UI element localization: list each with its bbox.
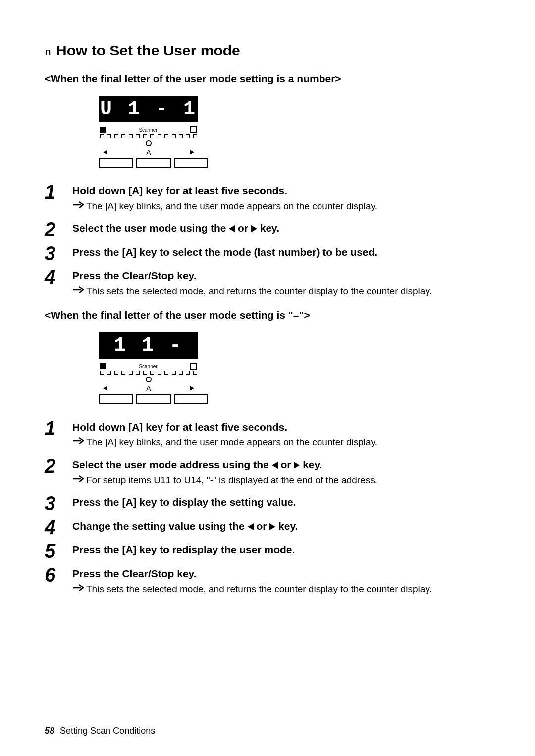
result-text: The [A] key blinks, and the user mode ap…	[86, 200, 377, 213]
step-2-5: 5 Press the [A] key to redisplay the use…	[45, 541, 490, 561]
step-number: 1	[45, 182, 72, 202]
step-1-4: 4 Press the Clear/Stop key. This sets th…	[45, 267, 490, 301]
step-number: 6	[45, 565, 72, 585]
page-footer: 58 Setting Scan Conditions	[45, 726, 155, 736]
counter-display-2: U 1 1 - - Scanner A	[99, 332, 490, 404]
step-2-1: 1 Hold down [A] key for at least five se…	[45, 418, 490, 452]
step-1-1: 1 Hold down [A] key for at least five se…	[45, 182, 490, 216]
arrow-row: A	[99, 148, 198, 156]
indicator-outline-icon	[190, 363, 197, 370]
scanner-row: Scanner	[99, 363, 198, 370]
section-heading: n How to Set the User mode	[45, 42, 490, 59]
step-title: Press the [A] key to redisplay the user …	[72, 544, 490, 556]
result-text: The [A] key blinks, and the user mode ap…	[86, 436, 377, 449]
heading-bullet: n	[45, 44, 51, 59]
right-key-button[interactable]	[174, 394, 208, 404]
subheading-2: <When the final letter of the user mode …	[45, 309, 490, 321]
step-2-3: 3 Press the [A] key to display the setti…	[45, 493, 490, 513]
dots-row	[99, 134, 198, 138]
left-triangle-icon	[229, 225, 235, 232]
right-arrow-icon	[190, 150, 194, 155]
step-number: 2	[45, 219, 72, 239]
footer-label: Setting Scan Conditions	[60, 726, 155, 736]
scanner-label: Scanner	[106, 127, 190, 133]
led-icon	[146, 377, 152, 382]
right-triangle-icon	[269, 523, 275, 530]
step-title: Press the [A] key to display the setting…	[72, 496, 490, 508]
step-title: Select the user mode using the or key.	[72, 222, 490, 234]
right-triangle-icon	[294, 462, 300, 469]
step-title: Hold down [A] key for at least five seco…	[72, 185, 490, 197]
button-row	[99, 394, 208, 404]
left-arrow-icon	[103, 150, 107, 155]
result-arrow-icon	[72, 285, 86, 295]
led-row	[99, 376, 198, 384]
step-title: Press the Clear/Stop key.	[72, 568, 490, 580]
scanner-label: Scanner	[106, 364, 190, 369]
step-1-3: 3 Press the [A] key to select the mode (…	[45, 243, 490, 263]
heading-title: How to Set the User mode	[56, 42, 240, 59]
result-arrow-icon	[72, 583, 86, 593]
lcd-d1: -	[169, 334, 183, 357]
result-text: This sets the selected mode, and returns…	[86, 583, 432, 595]
indicator-outline-icon	[190, 126, 197, 133]
indicator-filled-icon	[100, 127, 106, 133]
lcd-u: U	[86, 334, 100, 357]
right-key-button[interactable]	[174, 158, 208, 168]
result-arrow-icon	[72, 436, 86, 446]
result-arrow-icon	[72, 474, 86, 484]
dots-row	[99, 371, 198, 375]
lcd-last: 1	[183, 98, 197, 120]
step-result: The [A] key blinks, and the user mode ap…	[72, 436, 490, 449]
step-number: 4	[45, 517, 72, 537]
led-icon	[146, 140, 152, 146]
step-1-2: 2 Select the user mode using the or key.	[45, 219, 490, 239]
lcd-d2: -	[197, 334, 211, 357]
step-number: 3	[45, 493, 72, 513]
lcd-dash: -	[156, 98, 169, 120]
left-triangle-icon	[248, 523, 254, 530]
a-key-button[interactable]	[136, 394, 170, 404]
subheading-1: <When the final letter of the user mode …	[45, 73, 490, 85]
left-arrow-icon	[103, 386, 107, 391]
step-2-2: 2 Select the user mode address using the…	[45, 456, 490, 489]
left-key-button[interactable]	[99, 394, 133, 404]
result-text: For setup items U11 to U14, "-" is displ…	[86, 474, 377, 486]
lcd-screen: U 1 1 - -	[99, 332, 198, 359]
step-title: Hold down [A] key for at least five seco…	[72, 421, 490, 433]
indicator-filled-icon	[100, 363, 106, 369]
step-number: 2	[45, 456, 72, 476]
step-title: Press the [A] key to select the mode (la…	[72, 246, 490, 258]
lcd-1a: 1	[114, 334, 128, 357]
step-number: 4	[45, 267, 72, 287]
step-result: The [A] key blinks, and the user mode ap…	[72, 200, 490, 213]
arrow-row: A	[99, 384, 198, 392]
right-triangle-icon	[251, 225, 257, 232]
a-key-label: A	[146, 384, 151, 392]
page-number: 58	[45, 726, 54, 736]
step-result: This sets the selected mode, and returns…	[72, 285, 490, 298]
a-key-button[interactable]	[136, 158, 170, 168]
step-title: Change the setting value using the or ke…	[72, 520, 490, 532]
step-2-6: 6 Press the Clear/Stop key. This sets th…	[45, 565, 490, 598]
step-result: For setup items U11 to U14, "-" is displ…	[72, 474, 490, 486]
step-number: 1	[45, 418, 72, 438]
button-row	[99, 158, 208, 168]
left-triangle-icon	[272, 462, 278, 469]
step-2-4: 4 Change the setting value using the or …	[45, 517, 490, 537]
lcd-1b: 1	[142, 334, 156, 357]
lcd-u: U	[100, 98, 114, 120]
step-title: Press the Clear/Stop key.	[72, 270, 490, 282]
step-number: 3	[45, 243, 72, 263]
left-key-button[interactable]	[99, 158, 133, 168]
lcd-screen: U 1 - 1	[99, 96, 198, 122]
step-number: 5	[45, 541, 72, 561]
led-row	[99, 139, 198, 148]
right-arrow-icon	[190, 386, 194, 391]
lcd-1: 1	[128, 98, 142, 120]
result-text: This sets the selected mode, and returns…	[86, 285, 432, 298]
counter-display-1: U 1 - 1 Scanner A	[99, 96, 490, 168]
scanner-row: Scanner	[99, 126, 198, 133]
result-arrow-icon	[72, 200, 86, 210]
step-title: Select the user mode address using the o…	[72, 459, 490, 471]
